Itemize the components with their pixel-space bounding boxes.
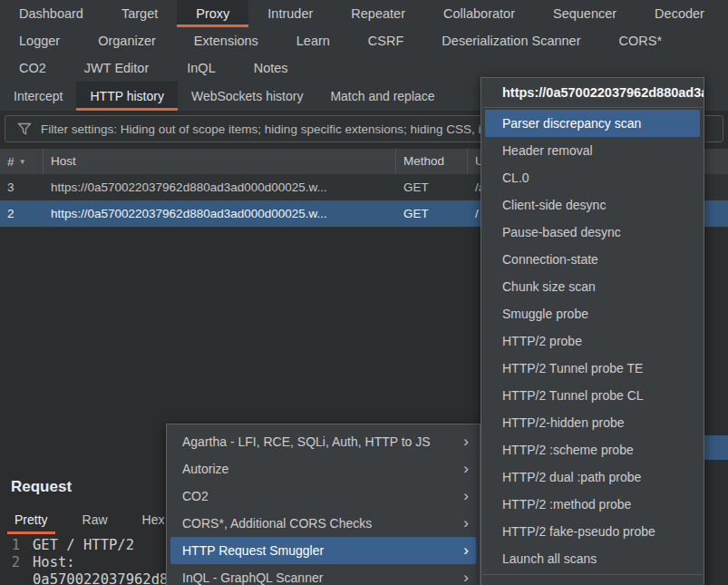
column-header-number[interactable]: #▾ xyxy=(0,149,44,174)
menu-separator xyxy=(482,107,703,108)
menu-item-http2-method-probe[interactable]: HTTP/2 :method probe xyxy=(481,491,704,518)
main-tab-bar: Dashboard Target Proxy Intruder Repeater… xyxy=(0,0,728,82)
cell-number: 3 xyxy=(0,174,44,200)
line-number xyxy=(0,571,20,585)
menu-item-label: HTTP Request Smuggler xyxy=(182,543,324,558)
tab-logger[interactable]: Logger xyxy=(0,27,79,54)
column-header-host[interactable]: Host xyxy=(44,149,396,174)
menu-item-label: CO2 xyxy=(182,489,209,503)
main-tab-row-1: Dashboard Target Proxy Intruder Repeater… xyxy=(0,0,728,27)
menu-item-http2-scheme-probe[interactable]: HTTP/2 :scheme probe xyxy=(481,436,704,463)
tab-dashboard[interactable]: Dashboard xyxy=(0,0,102,27)
tab-intruder[interactable]: Intruder xyxy=(248,0,332,27)
inspector-selection-fragment xyxy=(704,435,728,460)
menu-item-http-request-smuggler[interactable]: HTTP Request Smuggler › xyxy=(170,537,476,564)
menu-item-http2-fake-pseudo-probe[interactable]: HTTP/2 fake-pseudo probe xyxy=(481,518,704,545)
proxy-tab-websockets-history[interactable]: WebSockets history xyxy=(178,82,316,111)
line-text: Host: xyxy=(33,554,75,571)
cell-method: GET xyxy=(396,174,468,200)
cell-number: 2 xyxy=(0,200,44,227)
proxy-tab-match-and-replace[interactable]: Match and replace xyxy=(316,82,448,111)
burp-suite-window: Dashboard Target Proxy Intruder Repeater… xyxy=(0,0,728,585)
menu-item-client-side-desync[interactable]: Client-side desync xyxy=(481,191,704,219)
smuggler-context-menu: https://0a570022037962d880ad3ad000d00025… xyxy=(480,77,704,585)
tab-deserialization-scanner[interactable]: Deserialization Scanner xyxy=(422,27,599,54)
menu-item-delete-item[interactable]: Delete item xyxy=(481,577,704,585)
column-header-method[interactable]: Method xyxy=(396,149,468,174)
tab-notes[interactable]: Notes xyxy=(235,54,307,82)
menu-item-http2-probe[interactable]: HTTP/2 probe xyxy=(481,327,704,355)
menu-item-connection-state[interactable]: Connection-state xyxy=(481,246,704,273)
submenu-arrow-icon: › xyxy=(463,428,469,455)
menu-item-label: CORS*, Additional CORS Checks xyxy=(182,516,372,531)
tab-jwt-editor[interactable]: JWT Editor xyxy=(65,54,168,82)
menu-item-smuggle-probe[interactable]: Smuggle probe xyxy=(481,300,704,327)
submenu-arrow-icon: › xyxy=(463,483,469,510)
menu-item-label: InQL - GraphQL Scanner xyxy=(182,570,323,585)
tab-co2[interactable]: CO2 xyxy=(0,54,65,82)
menu-item-label: Agartha - LFI, RCE, SQLi, Auth, HTTP to … xyxy=(182,434,431,449)
menu-item-label: Autorize xyxy=(182,462,228,476)
request-editor-tabs: Pretty Raw Hex xyxy=(0,506,185,534)
menu-item-cors-checks[interactable]: CORS*, Additional CORS Checks › xyxy=(167,510,480,537)
menu-item-agartha[interactable]: Agartha - LFI, RCE, SQLi, Auth, HTTP to … xyxy=(167,428,480,455)
main-tab-row-2: Logger Organizer Extensions Learn CSRF D… xyxy=(0,27,728,54)
submenu-arrow-icon: › xyxy=(463,455,469,483)
menu-item-http2-dual-path-probe[interactable]: HTTP/2 dual :path probe xyxy=(481,463,704,491)
menu-item-autorize[interactable]: Autorize › xyxy=(167,455,480,483)
menu-item-inql[interactable]: InQL - GraphQL Scanner › xyxy=(167,564,480,585)
cell-host: https://0a570022037962d880ad3ad000d00025… xyxy=(44,174,396,200)
tab-proxy[interactable]: Proxy xyxy=(177,0,248,27)
submenu-arrow-icon: › xyxy=(463,564,469,585)
menu-separator xyxy=(482,574,703,575)
tab-target[interactable]: Target xyxy=(102,0,177,27)
extensions-context-menu: Agartha - LFI, RCE, SQLi, Auth, HTTP to … xyxy=(166,424,480,585)
line-number: 1 xyxy=(0,537,20,554)
filter-icon xyxy=(17,122,32,135)
menu-item-http2-tunnel-probe-te[interactable]: HTTP/2 Tunnel probe TE xyxy=(481,355,704,382)
tab-repeater[interactable]: Repeater xyxy=(332,0,424,27)
proxy-tab-http-history[interactable]: HTTP history xyxy=(76,82,177,111)
menu-item-header-removal[interactable]: Header removal xyxy=(481,137,704,164)
tab-learn[interactable]: Learn xyxy=(277,27,349,54)
submenu-arrow-icon: › xyxy=(463,537,469,564)
menu-item-http2-tunnel-probe-cl[interactable]: HTTP/2 Tunnel probe CL xyxy=(481,382,704,409)
line-text: GET / HTTP/2 xyxy=(33,537,134,554)
line-number: 2 xyxy=(0,554,20,571)
cell-method: GET xyxy=(396,200,468,227)
menu-item-cl0[interactable]: CL.0 xyxy=(481,164,704,191)
menu-item-co2[interactable]: CO2 › xyxy=(167,483,480,510)
menu-item-http2-hidden-probe[interactable]: HTTP/2-hidden probe xyxy=(481,409,704,436)
tab-inql[interactable]: InQL xyxy=(168,54,234,82)
tab-collaborator[interactable]: Collaborator xyxy=(424,0,534,27)
tab-organizer[interactable]: Organizer xyxy=(79,27,175,54)
tab-extensions[interactable]: Extensions xyxy=(175,27,277,54)
tab-cors[interactable]: CORS* xyxy=(599,27,681,54)
cell-host: https://0a570022037962d880ad3ad000d00025… xyxy=(44,200,396,227)
menu-item-pause-based-desync[interactable]: Pause-based desync xyxy=(481,219,704,246)
tab-csrf[interactable]: CSRF xyxy=(349,27,422,54)
menu-item-parser-discrepancy-scan[interactable]: Parser discrepancy scan xyxy=(485,110,700,137)
menu-item-launch-all-scans[interactable]: Launch all scans xyxy=(481,545,704,572)
tab-sequencer[interactable]: Sequencer xyxy=(534,0,636,27)
sort-caret-icon: ▾ xyxy=(21,157,25,166)
tab-pretty[interactable]: Pretty xyxy=(0,506,63,534)
submenu-arrow-icon: › xyxy=(463,510,469,537)
menu-item-chunk-size-scan[interactable]: Chunk size scan xyxy=(481,273,704,300)
request-panel-title: Request xyxy=(11,478,72,496)
context-menu-header: https://0a570022037962d880ad3ad000d00025… xyxy=(481,78,704,105)
tab-raw[interactable]: Raw xyxy=(68,506,122,534)
tab-decoder[interactable]: Decoder xyxy=(636,0,723,27)
proxy-tab-intercept[interactable]: Intercept xyxy=(0,82,76,111)
